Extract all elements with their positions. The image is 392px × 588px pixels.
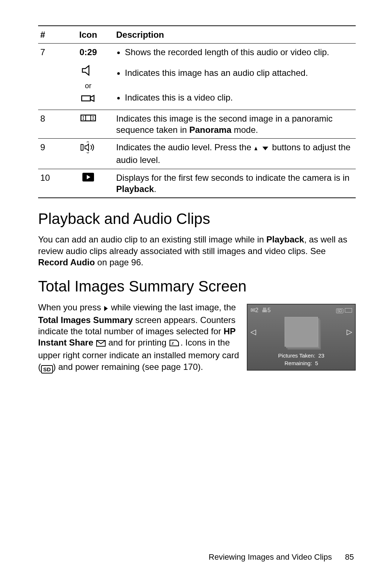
icon-description-table: # Icon Description 7 0:29 or xyxy=(38,25,356,198)
mail-icon: ✉ xyxy=(250,307,255,313)
time-length-icon: 0:29 xyxy=(79,46,97,58)
print-tag-icon: z xyxy=(169,338,180,350)
right-triangle-icon xyxy=(103,303,109,314)
row-num: 9 xyxy=(38,139,62,169)
bullet-item: Indicates this is a video clip. xyxy=(125,92,354,103)
table-row: 10 Displays for the first few seconds to… xyxy=(38,169,356,198)
svg-rect-0 xyxy=(82,96,90,101)
svg-rect-10 xyxy=(81,144,83,150)
battery-icon xyxy=(345,308,352,313)
or-label: or xyxy=(85,81,91,90)
audio-level-icon xyxy=(80,145,97,155)
left-arrow-icon: ◁ xyxy=(250,327,256,336)
summary-screen-illustration: ✉2 🖶5 SD ◁ ▷ Pictures Taken: 23 Remainin… xyxy=(247,304,356,371)
section-heading: Total Images Summary Screen xyxy=(38,277,356,297)
panorama-icon xyxy=(80,115,97,125)
video-camera-icon xyxy=(81,94,95,105)
header-desc: Description xyxy=(114,26,356,44)
image-stack-icon xyxy=(285,317,318,347)
sd-card-icon: SD xyxy=(41,365,53,374)
envelope-icon xyxy=(96,338,106,350)
row-num: 8 xyxy=(38,110,62,138)
bullet-item: Indicates this image has an audio clip a… xyxy=(125,67,354,78)
table-row: 8 Indicates this image is the second ima… xyxy=(38,110,356,138)
section-heading: Playback and Audio Clips xyxy=(38,209,356,229)
speaker-icon xyxy=(82,65,95,78)
svg-text:z: z xyxy=(171,341,174,345)
table-row: 9 Indicates the audio level. Press the b… xyxy=(38,139,356,169)
print-tag-icon: 🖶 xyxy=(262,307,268,313)
header-num: # xyxy=(38,26,62,44)
right-arrow-icon: ▷ xyxy=(347,327,352,336)
header-icon: Icon xyxy=(62,26,114,44)
row-num: 10 xyxy=(38,169,62,198)
bullet-item: Shows the recorded length of this audio … xyxy=(125,46,354,58)
table-row: 7 0:29 or Shows the recorded length of t… xyxy=(38,44,356,110)
sd-card-icon: SD xyxy=(336,309,343,313)
playback-icon xyxy=(82,174,95,184)
row-num: 7 xyxy=(38,44,62,110)
up-down-arrows-icon xyxy=(254,143,270,154)
section-paragraph: You can add an audio clip to an existing… xyxy=(38,234,356,268)
